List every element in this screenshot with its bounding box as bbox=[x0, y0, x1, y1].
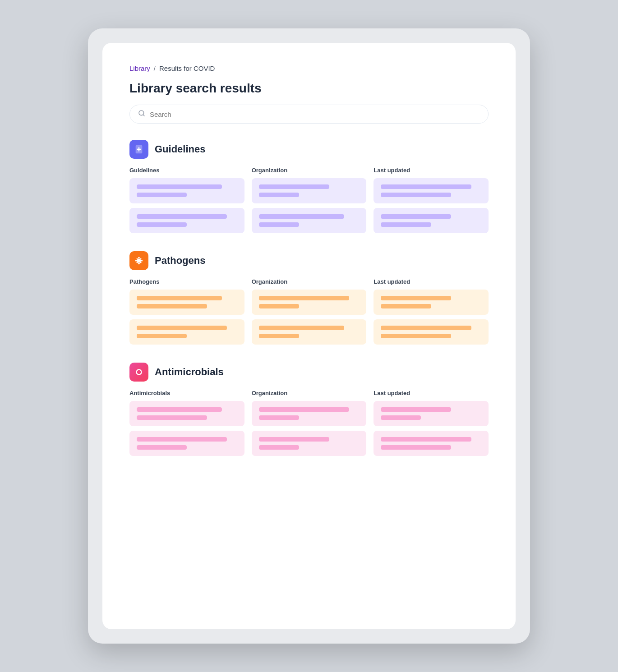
skeleton-line bbox=[137, 437, 227, 442]
skeleton-line bbox=[381, 437, 471, 442]
skeleton-line bbox=[137, 415, 207, 420]
section-icon-antimicrobials bbox=[129, 363, 148, 382]
skeleton-line bbox=[259, 445, 299, 450]
skeleton-line bbox=[381, 193, 451, 197]
table-rows-pathogens bbox=[129, 290, 489, 345]
skeleton-line bbox=[137, 334, 187, 338]
breadcrumb-library-link[interactable]: Library bbox=[129, 64, 150, 72]
svg-point-6 bbox=[135, 260, 137, 262]
table-antimicrobials: AntimicrobialsOrganizationLast updated bbox=[129, 390, 489, 456]
column-header: Last updated bbox=[374, 390, 489, 396]
table-cell bbox=[252, 319, 367, 345]
svg-point-9 bbox=[140, 262, 142, 263]
table-cell bbox=[374, 431, 489, 456]
skeleton-line bbox=[259, 407, 349, 412]
section-icon-pathogens bbox=[129, 251, 148, 270]
table-rows-guidelines bbox=[129, 178, 489, 233]
table-cell bbox=[374, 178, 489, 203]
skeleton-line bbox=[259, 296, 349, 300]
skeleton-line bbox=[381, 445, 451, 450]
table-cell bbox=[374, 401, 489, 426]
table-cell bbox=[374, 208, 489, 233]
svg-point-7 bbox=[141, 260, 143, 262]
table-pathogens: PathogensOrganizationLast updated bbox=[129, 278, 489, 345]
section-header-pathogens: Pathogens bbox=[129, 251, 489, 270]
table-row[interactable] bbox=[129, 178, 489, 203]
skeleton-line bbox=[259, 193, 299, 197]
sections-container: Guidelines GuidelinesOrganizationLast up… bbox=[129, 140, 489, 456]
table-row[interactable] bbox=[129, 290, 489, 315]
skeleton-line bbox=[381, 296, 451, 300]
table-row[interactable] bbox=[129, 208, 489, 233]
table-header-guidelines: GuidelinesOrganizationLast updated bbox=[129, 167, 489, 174]
svg-point-5 bbox=[138, 263, 140, 265]
page-title: Library search results bbox=[129, 81, 489, 96]
svg-point-4 bbox=[138, 257, 140, 259]
section-antimicrobials: Antimicrobials AntimicrobialsOrganizatio… bbox=[129, 363, 489, 456]
breadcrumb-current: Results for COVID bbox=[159, 64, 215, 72]
device-frame: Library / Results for COVID Library sear… bbox=[88, 28, 530, 644]
skeleton-line bbox=[259, 214, 344, 219]
skeleton-line bbox=[259, 415, 299, 420]
table-cell bbox=[374, 290, 489, 315]
skeleton-line bbox=[381, 214, 451, 219]
table-cell bbox=[129, 401, 244, 426]
table-row[interactable] bbox=[129, 319, 489, 345]
table-row[interactable] bbox=[129, 401, 489, 426]
search-icon bbox=[138, 110, 145, 119]
skeleton-line bbox=[137, 184, 222, 189]
skeleton-line bbox=[381, 184, 471, 189]
skeleton-line bbox=[137, 445, 187, 450]
skeleton-line bbox=[259, 184, 329, 189]
table-cell bbox=[252, 401, 367, 426]
svg-point-11 bbox=[137, 262, 138, 263]
skeleton-line bbox=[381, 326, 471, 330]
table-cell bbox=[252, 208, 367, 233]
svg-point-10 bbox=[140, 258, 142, 260]
table-cell bbox=[129, 319, 244, 345]
table-cell bbox=[129, 208, 244, 233]
skeleton-line bbox=[259, 304, 299, 308]
section-header-guidelines: Guidelines bbox=[129, 140, 489, 159]
column-header: Organization bbox=[252, 278, 367, 285]
column-header: Antimicrobials bbox=[129, 390, 244, 396]
search-input[interactable] bbox=[150, 110, 480, 118]
column-header: Organization bbox=[252, 390, 367, 396]
section-guidelines: Guidelines GuidelinesOrganizationLast up… bbox=[129, 140, 489, 233]
skeleton-line bbox=[381, 304, 431, 308]
column-header: Guidelines bbox=[129, 167, 244, 174]
table-cell bbox=[252, 431, 367, 456]
skeleton-line bbox=[137, 407, 222, 412]
svg-point-8 bbox=[137, 258, 138, 260]
skeleton-line bbox=[137, 193, 187, 197]
table-guidelines: GuidelinesOrganizationLast updated bbox=[129, 167, 489, 233]
svg-line-1 bbox=[143, 115, 144, 116]
skeleton-line bbox=[381, 407, 451, 412]
skeleton-line bbox=[259, 222, 299, 227]
skeleton-line bbox=[137, 296, 222, 300]
table-rows-antimicrobials bbox=[129, 401, 489, 456]
table-cell bbox=[129, 290, 244, 315]
skeleton-line bbox=[259, 326, 344, 330]
section-header-antimicrobials: Antimicrobials bbox=[129, 363, 489, 382]
page: Library / Results for COVID Library sear… bbox=[102, 43, 516, 629]
section-title-antimicrobials: Antimicrobials bbox=[155, 366, 224, 378]
skeleton-line bbox=[137, 304, 207, 308]
table-cell bbox=[252, 178, 367, 203]
breadcrumb-separator: / bbox=[154, 64, 156, 72]
table-row[interactable] bbox=[129, 431, 489, 456]
table-cell bbox=[129, 431, 244, 456]
section-title-guidelines: Guidelines bbox=[155, 143, 205, 155]
table-header-pathogens: PathogensOrganizationLast updated bbox=[129, 278, 489, 285]
table-cell bbox=[129, 178, 244, 203]
column-header: Pathogens bbox=[129, 278, 244, 285]
table-header-antimicrobials: AntimicrobialsOrganizationLast updated bbox=[129, 390, 489, 396]
table-cell bbox=[374, 319, 489, 345]
skeleton-line bbox=[137, 326, 227, 330]
column-header: Last updated bbox=[374, 167, 489, 174]
table-cell bbox=[252, 290, 367, 315]
skeleton-line bbox=[381, 415, 421, 420]
search-bar[interactable] bbox=[129, 105, 489, 124]
section-pathogens: Pathogens PathogensOrganizationLast upda… bbox=[129, 251, 489, 345]
section-title-pathogens: Pathogens bbox=[155, 255, 205, 267]
